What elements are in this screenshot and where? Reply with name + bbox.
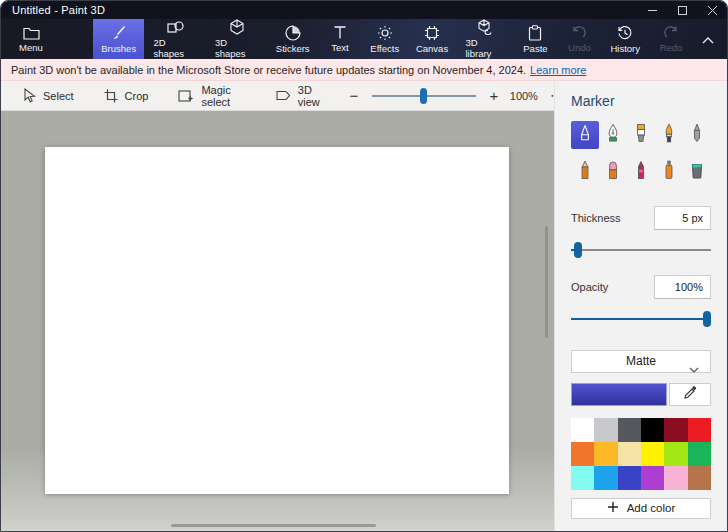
folder-icon <box>23 26 40 40</box>
paste-button[interactable]: Paste <box>513 19 557 59</box>
palette-swatch[interactable] <box>618 418 641 442</box>
brush-calligraphy-pen[interactable] <box>599 121 627 149</box>
tab-canvas[interactable]: Canvas <box>408 19 457 59</box>
palette-swatch[interactable] <box>641 442 664 466</box>
zoom-in-button[interactable]: + <box>484 87 504 104</box>
thickness-input[interactable]: 5 px <box>654 206 711 230</box>
palette-swatch[interactable] <box>641 418 664 442</box>
tool-label: Crop <box>125 90 149 102</box>
palette-swatch[interactable] <box>641 466 664 490</box>
tab-brushes[interactable]: Brushes <box>93 19 144 59</box>
palette-swatch[interactable] <box>688 466 711 490</box>
palette-swatch[interactable] <box>571 418 594 442</box>
tab-label: 2D shapes <box>153 37 197 59</box>
3d-cube-icon <box>229 19 245 35</box>
vertical-scrollbar[interactable] <box>545 226 548 338</box>
brush-crayon[interactable] <box>627 158 655 186</box>
opacity-slider-handle[interactable] <box>703 311 711 327</box>
learn-more-link[interactable]: Learn more <box>530 64 586 76</box>
chevron-down-icon <box>689 362 699 376</box>
palette-swatch[interactable] <box>571 466 594 490</box>
drawing-canvas[interactable] <box>45 147 509 494</box>
cursor-icon <box>23 88 36 103</box>
crop-icon <box>104 89 118 103</box>
window-title: Untitled - Paint 3D <box>1 4 105 16</box>
pixel-pen-icon <box>686 122 708 148</box>
palette-swatch[interactable] <box>571 442 594 466</box>
palette-swatch[interactable] <box>688 442 711 466</box>
palette-swatch[interactable] <box>688 418 711 442</box>
brush-watercolor[interactable] <box>655 121 683 149</box>
zoom-out-button[interactable]: − <box>344 87 364 104</box>
horizontal-scrollbar[interactable] <box>171 524 376 527</box>
zoom-slider-handle[interactable] <box>420 88 427 104</box>
tab-label: 3D library <box>465 37 504 59</box>
close-button[interactable] <box>697 1 727 19</box>
tab-effects[interactable]: Effects <box>362 19 408 59</box>
banner-message: Paint 3D won't be available in the Micro… <box>11 64 526 76</box>
3d-library-icon <box>476 19 493 35</box>
tab-label: Effects <box>370 43 399 54</box>
add-color-button[interactable]: Add color <box>571 498 711 519</box>
select-tool[interactable]: Select <box>23 88 74 103</box>
marker-icon <box>574 122 596 148</box>
maximize-button[interactable] <box>667 1 697 19</box>
add-color-label: Add color <box>627 502 676 514</box>
calligraphy-pen-icon <box>602 122 624 148</box>
brush-marker[interactable] <box>571 121 599 149</box>
tool-label: Select <box>43 90 74 102</box>
history-button[interactable]: History <box>601 19 649 59</box>
opacity-slider[interactable] <box>571 311 711 324</box>
eyedropper-button[interactable] <box>669 383 711 406</box>
brush-grid <box>571 121 711 186</box>
brush-pixel-pen[interactable] <box>683 121 711 149</box>
crop-tool[interactable]: Crop <box>104 89 149 103</box>
tab-3d-shapes[interactable]: 3D shapes <box>206 19 268 59</box>
eyedropper-icon <box>683 385 698 404</box>
thickness-slider-handle[interactable] <box>574 242 582 258</box>
minimize-button[interactable] <box>637 1 667 19</box>
brush-fill[interactable] <box>683 158 711 186</box>
thickness-slider-track <box>571 249 711 251</box>
thickness-slider[interactable] <box>571 242 711 255</box>
sun-icon <box>377 25 393 41</box>
opacity-row: Opacity 100% <box>571 275 711 299</box>
collapse-ribbon-button[interactable] <box>693 19 723 59</box>
tab-2d-shapes[interactable]: 2D shapes <box>144 19 206 59</box>
current-color-swatch[interactable] <box>571 383 667 406</box>
opacity-slider-fill <box>571 318 711 320</box>
zoom-slider[interactable] <box>372 88 476 104</box>
clipboard-icon <box>528 25 542 41</box>
brush-pencil[interactable] <box>571 158 599 186</box>
brush-eraser[interactable] <box>599 158 627 186</box>
thickness-label: Thickness <box>571 212 621 224</box>
material-dropdown[interactable]: Matte <box>571 350 711 373</box>
palette-swatch[interactable] <box>664 466 687 490</box>
tab-stickers[interactable]: Stickers <box>268 19 318 59</box>
brush-oil-brush[interactable] <box>627 121 655 149</box>
watercolor-icon <box>658 122 680 148</box>
brush-spray-can[interactable] <box>655 158 683 186</box>
3d-view-toggle[interactable]: 3D view <box>275 84 320 108</box>
palette-swatch[interactable] <box>664 418 687 442</box>
palette-swatch[interactable] <box>594 466 617 490</box>
crayon-icon <box>630 159 652 185</box>
palette-swatch[interactable] <box>618 442 641 466</box>
deprecation-banner: Paint 3D won't be available in the Micro… <box>1 59 727 81</box>
palette-swatch[interactable] <box>594 418 617 442</box>
magic-select-tool[interactable]: Magic select <box>178 84 230 108</box>
undo-button[interactable]: Undo <box>557 19 601 59</box>
palette-swatch[interactable] <box>594 442 617 466</box>
palette-swatch[interactable] <box>664 442 687 466</box>
zoom-controls: − + 100% ⋯ <box>344 87 564 104</box>
menu-button[interactable]: Menu <box>5 19 57 59</box>
text-icon <box>333 25 347 40</box>
palette-swatch[interactable] <box>618 466 641 490</box>
opacity-input[interactable]: 100% <box>654 275 711 299</box>
redo-button[interactable]: Redo <box>649 19 693 59</box>
tab-3d-library[interactable]: 3D library <box>456 19 513 59</box>
tab-text[interactable]: Text <box>318 19 362 59</box>
view-label: 3D view <box>298 84 320 108</box>
top-toolbar: Menu Brushes 2D shapes 3D shapes <box>1 19 727 59</box>
canvas-column: Select Crop Magic select <box>1 81 554 531</box>
